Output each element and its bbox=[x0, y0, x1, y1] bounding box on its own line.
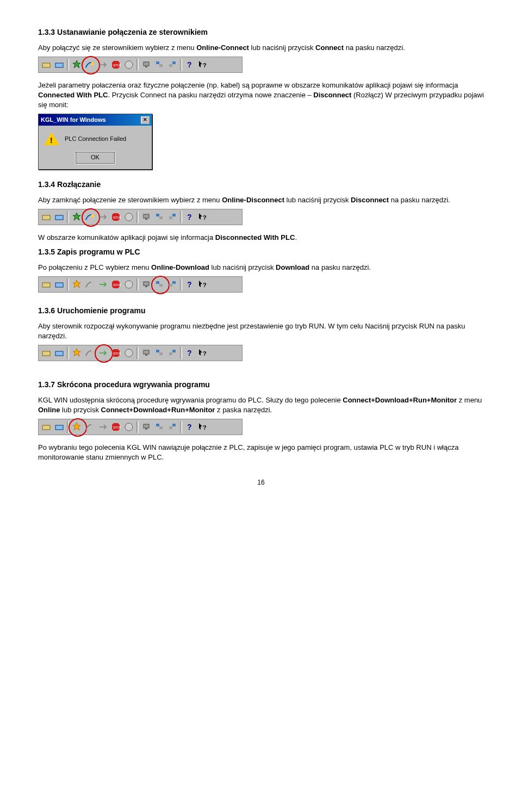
bold: Disconnected With PLC bbox=[215, 233, 295, 241]
svg-rect-22 bbox=[144, 214, 149, 218]
burst-icon[interactable] bbox=[70, 58, 83, 71]
svg-rect-27 bbox=[172, 214, 176, 216]
monitor-icon[interactable] bbox=[140, 420, 153, 433]
separator bbox=[67, 421, 69, 433]
ok-button[interactable]: OK bbox=[76, 152, 115, 164]
download-icon[interactable] bbox=[153, 58, 166, 71]
context-help-icon[interactable]: ? bbox=[196, 58, 209, 71]
upload-icon[interactable] bbox=[166, 58, 179, 71]
toolbar-icon[interactable] bbox=[53, 420, 66, 433]
separator bbox=[136, 421, 139, 433]
svg-rect-10 bbox=[159, 64, 163, 67]
bold: Online-Connect bbox=[196, 44, 249, 52]
svg-rect-39 bbox=[156, 281, 159, 284]
stop-icon[interactable]: STOP bbox=[109, 210, 122, 224]
monitor-icon[interactable] bbox=[140, 210, 153, 224]
para-1-3-3-2: Jeżeli parametry połaczenia oraz fizyczn… bbox=[38, 80, 484, 109]
pause-icon[interactable] bbox=[122, 210, 135, 224]
download-icon[interactable] bbox=[153, 346, 166, 359]
toolbar-icon[interactable] bbox=[40, 278, 53, 291]
svg-text:STOP: STOP bbox=[113, 352, 121, 355]
separator bbox=[136, 347, 139, 359]
connect-icon[interactable] bbox=[83, 58, 96, 71]
help-icon[interactable]: ? bbox=[183, 278, 196, 291]
pause-icon[interactable] bbox=[122, 420, 135, 433]
toolbar-icon[interactable] bbox=[40, 420, 53, 433]
help-icon[interactable]: ? bbox=[183, 58, 196, 71]
arrow-icon[interactable] bbox=[96, 278, 109, 291]
stop-icon[interactable]: STOP bbox=[109, 346, 122, 359]
svg-rect-30 bbox=[42, 283, 50, 287]
svg-rect-68 bbox=[145, 429, 147, 430]
stop-icon[interactable]: STOP bbox=[109, 278, 122, 291]
help-icon[interactable]: ? bbox=[183, 210, 196, 224]
svg-rect-57 bbox=[172, 350, 176, 352]
upload-icon[interactable] bbox=[166, 346, 179, 359]
context-help-icon[interactable]: ? bbox=[196, 420, 209, 433]
svg-rect-37 bbox=[144, 282, 149, 286]
monitor-icon[interactable] bbox=[140, 346, 153, 359]
close-icon[interactable]: ✕ bbox=[141, 116, 150, 124]
toolbar-icon[interactable] bbox=[40, 210, 53, 224]
context-help-icon[interactable]: ? bbox=[196, 346, 209, 359]
burst-icon[interactable] bbox=[70, 278, 83, 291]
svg-text:?: ? bbox=[187, 213, 192, 221]
separator bbox=[67, 211, 69, 223]
monitor-icon[interactable] bbox=[140, 58, 153, 71]
help-icon[interactable]: ? bbox=[183, 420, 196, 433]
separator bbox=[136, 211, 139, 223]
monitor-icon[interactable] bbox=[140, 278, 153, 291]
bold: Connect+Download+Run+Monitor bbox=[343, 396, 457, 404]
stop-icon[interactable]: STOP bbox=[109, 58, 122, 71]
upload-icon[interactable] bbox=[166, 210, 179, 224]
arrow-icon[interactable] bbox=[96, 210, 109, 224]
toolbar-icon[interactable] bbox=[53, 278, 66, 291]
disconnect-icon[interactable] bbox=[83, 210, 96, 224]
run-icon[interactable] bbox=[96, 420, 109, 433]
burst-icon[interactable] bbox=[70, 346, 83, 359]
connect-icon[interactable] bbox=[83, 420, 96, 433]
toolbar-1: STOP ? ? bbox=[38, 57, 243, 73]
dialog-title-text: KGL_WIN for Windows bbox=[41, 116, 106, 124]
connect-icon[interactable] bbox=[83, 346, 96, 359]
bold: Disconnect bbox=[351, 196, 389, 204]
toolbar-icon[interactable] bbox=[40, 58, 53, 71]
run-icon[interactable] bbox=[96, 346, 109, 359]
connect-icon[interactable] bbox=[83, 278, 96, 291]
error-dialog: KGL_WIN for Windows ✕ PLC Connection Fai… bbox=[38, 114, 152, 170]
svg-rect-16 bbox=[55, 215, 63, 220]
pause-icon[interactable] bbox=[122, 278, 135, 291]
text: . Przycisk Connect na pasku narzędzi otr… bbox=[108, 91, 313, 99]
svg-rect-12 bbox=[172, 61, 176, 64]
svg-rect-52 bbox=[144, 350, 149, 354]
stop-icon[interactable]: STOP bbox=[109, 420, 122, 433]
combined-icon[interactable] bbox=[70, 420, 83, 433]
svg-rect-1 bbox=[55, 63, 63, 67]
context-help-icon[interactable]: ? bbox=[196, 278, 209, 291]
download-icon[interactable] bbox=[153, 420, 166, 433]
context-help-icon[interactable]: ? bbox=[196, 210, 209, 224]
pause-icon[interactable] bbox=[122, 346, 135, 359]
text: z menu bbox=[457, 396, 482, 404]
svg-rect-25 bbox=[159, 216, 163, 219]
help-icon[interactable]: ? bbox=[183, 346, 196, 359]
download-icon[interactable] bbox=[153, 278, 166, 291]
toolbar-icon[interactable] bbox=[53, 210, 66, 224]
svg-rect-24 bbox=[156, 214, 159, 216]
svg-text:STOP: STOP bbox=[113, 283, 121, 287]
arrow-icon[interactable] bbox=[96, 58, 109, 71]
toolbar-icon[interactable] bbox=[40, 346, 53, 359]
svg-rect-46 bbox=[55, 351, 63, 356]
download-icon[interactable] bbox=[153, 210, 166, 224]
burst-icon[interactable] bbox=[70, 210, 83, 224]
dialog-row: PLC Connection Failed bbox=[44, 132, 146, 145]
pause-icon[interactable] bbox=[122, 58, 135, 71]
toolbar-icon[interactable] bbox=[53, 346, 66, 359]
dialog-titlebar: KGL_WIN for Windows ✕ bbox=[39, 114, 152, 126]
upload-icon[interactable] bbox=[166, 420, 179, 433]
heading-1-3-7: 1.3.7 Skrócona procedura wgrywania progr… bbox=[38, 380, 484, 390]
upload-icon[interactable] bbox=[166, 278, 179, 291]
bold: Connect+Download+Run+Monitor bbox=[101, 406, 215, 414]
heading-1-3-4: 1.3.4 Rozłączanie bbox=[38, 179, 484, 190]
toolbar-icon[interactable] bbox=[53, 58, 66, 71]
